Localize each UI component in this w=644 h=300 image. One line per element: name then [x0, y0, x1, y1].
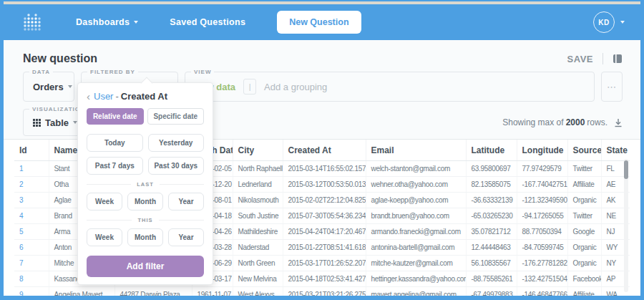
- row-limit-suffix: rows.: [587, 117, 608, 127]
- filter-section-label: FILTERED BY: [87, 69, 138, 75]
- user-menu[interactable]: KD: [593, 11, 625, 33]
- id-cell[interactable]: 2: [14, 177, 49, 193]
- page-title: New question: [23, 52, 97, 65]
- filter-field-separator: -: [115, 91, 118, 102]
- cell: Google: [567, 224, 601, 240]
- cell: Twitter: [567, 161, 601, 177]
- cell: brandt.bruen@yahoo.com: [366, 208, 466, 224]
- last-section-label: LAST: [87, 181, 204, 188]
- cell: Twitter: [567, 208, 601, 224]
- filter-last-month[interactable]: Month: [127, 193, 163, 211]
- cell: 2015-02-02T22:12:04.825Z: [283, 193, 366, 208]
- cell: Naderstad: [233, 240, 283, 256]
- column-header-latitude[interactable]: Latitude: [466, 140, 517, 161]
- cell: 44287 Darwin Plaza: [114, 287, 192, 296]
- visualization-dropdown[interactable]: Table: [33, 117, 77, 128]
- column-header-created-at[interactable]: Created At: [283, 140, 366, 161]
- filter-field-name: Created At: [121, 91, 167, 102]
- chevron-down-icon: [620, 21, 625, 24]
- filter-option-past-7-days[interactable]: Past 7 days: [87, 157, 143, 175]
- cell: Organic: [567, 193, 601, 208]
- cell: hettinger.kassandra@yahoo.com: [366, 271, 466, 287]
- title-row: New question SAVE: [23, 50, 623, 67]
- add-grouping-button[interactable]: Add a grouping: [264, 82, 327, 92]
- cell: -121.32349590: [517, 193, 567, 208]
- nav-item-dashboards[interactable]: Dashboards: [76, 17, 138, 27]
- column-header-source[interactable]: Source: [567, 140, 601, 161]
- visualization-type-value: Table: [45, 117, 69, 128]
- data-section-label: DATA: [29, 69, 53, 75]
- cell: 12.44448463: [466, 240, 517, 256]
- column-header-longitude[interactable]: Longitude: [517, 140, 567, 161]
- cell: 82.13585075: [466, 177, 517, 193]
- filter-last-year[interactable]: Year: [168, 193, 204, 211]
- column-header-city[interactable]: City: [233, 140, 283, 161]
- tab-relative-date[interactable]: Relative date: [87, 108, 144, 125]
- cell: Affiliate: [567, 287, 601, 296]
- filter-this-year[interactable]: Year: [168, 228, 204, 246]
- cell: Affiliate: [567, 177, 601, 193]
- metabase-logo-icon[interactable]: [23, 13, 42, 32]
- id-cell[interactable]: 8: [14, 271, 49, 287]
- filter-option-today[interactable]: Today: [87, 134, 143, 152]
- grouping-divider-icon: |: [243, 79, 256, 95]
- filter-field-group[interactable]: User: [94, 91, 113, 102]
- app-window: DashboardsSaved Questions New Question K…: [4, 1, 640, 296]
- download-icon[interactable]: [614, 118, 623, 127]
- last-period-options: WeekMonthYear: [87, 193, 204, 211]
- filter-this-month[interactable]: Month: [127, 228, 163, 246]
- filter-last-week[interactable]: Week: [87, 193, 122, 211]
- cell: Nikolasmouth: [233, 193, 283, 208]
- data-source-dropdown[interactable]: Orders: [33, 82, 72, 92]
- cell: -65.03265230: [466, 208, 517, 224]
- main-nav: DashboardsSaved Questions: [76, 17, 277, 27]
- cell: South Justine: [233, 208, 283, 224]
- table-row: 9Angelina Mayert44287 Darwin Plaza1961-1…: [14, 287, 630, 296]
- id-cell[interactable]: 6: [14, 240, 49, 256]
- column-header-email[interactable]: Email: [366, 140, 466, 161]
- chevron-down-icon: [68, 85, 72, 88]
- filter-option-yesterday[interactable]: Yesterday: [148, 134, 205, 152]
- divider: [602, 53, 603, 64]
- last-label-text: LAST: [137, 181, 154, 188]
- row-limit-prefix: Showing max of: [502, 117, 563, 127]
- more-options-button[interactable]: ⋯: [601, 72, 623, 102]
- cell: 77.97429579: [517, 161, 567, 177]
- popover-header: ‹ User - Created At: [87, 91, 204, 102]
- id-cell[interactable]: 5: [14, 224, 49, 240]
- id-cell[interactable]: 4: [14, 208, 49, 224]
- cell: 2015-03-12T00:53:50.013Z: [283, 177, 366, 193]
- nav-item-saved-questions[interactable]: Saved Questions: [170, 17, 245, 27]
- cell: Facebook: [567, 271, 601, 287]
- new-question-button[interactable]: New Question: [277, 11, 361, 34]
- cell: -176.27781282: [517, 256, 567, 271]
- save-button[interactable]: SAVE: [567, 54, 593, 64]
- notebook-icon[interactable]: [613, 54, 623, 64]
- avatar[interactable]: KD: [593, 11, 615, 33]
- column-header-id[interactable]: Id: [14, 140, 49, 161]
- cell: -36.63332139: [466, 193, 517, 208]
- data-section: DATA Orders: [23, 72, 74, 102]
- id-cell[interactable]: 9: [14, 287, 49, 296]
- filter-this-week[interactable]: Week: [87, 228, 122, 246]
- filter-option-past-30-days[interactable]: Past 30 days: [148, 157, 205, 175]
- cell: Organic: [567, 240, 601, 256]
- this-section-label: THIS: [87, 217, 204, 223]
- tab-specific-date[interactable]: Specific date: [147, 108, 205, 125]
- back-icon[interactable]: ‹: [87, 91, 90, 102]
- cell: 2015-07-30T05:54:36.234Z: [283, 208, 366, 224]
- id-cell[interactable]: 1: [14, 161, 49, 177]
- column-header-state[interactable]: State: [601, 140, 630, 161]
- add-filter-button[interactable]: Add filter: [87, 256, 204, 277]
- view-section-label: VIEW: [191, 69, 214, 75]
- id-cell[interactable]: 3: [14, 193, 49, 208]
- quick-date-options: TodayYesterdayPast 7 daysPast 30 days: [87, 134, 204, 175]
- cell: 1961-11-07: [192, 287, 233, 296]
- cell: mitche-kautzer@gmail.com: [366, 256, 466, 271]
- this-period-options: WeekMonthYear: [87, 228, 204, 246]
- table-scrollbar-thumb[interactable]: [624, 160, 628, 179]
- cell: New Melvina: [233, 271, 283, 287]
- id-cell[interactable]: 7: [14, 256, 49, 271]
- cell: antonina-bartell@gmail.com: [366, 240, 466, 256]
- cell: 2015-03-21T03:21:26.275Z: [283, 287, 366, 296]
